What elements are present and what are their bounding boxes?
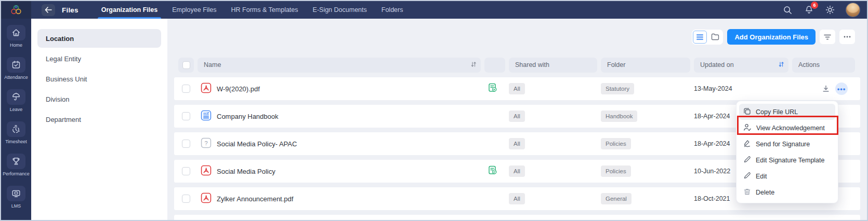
menu-item-delete[interactable]: Delete: [739, 184, 835, 200]
updated-on-date: 13-May-2024: [694, 85, 788, 92]
view-toggle: [692, 30, 723, 45]
file-name[interactable]: Zylker Announcement.pdf: [217, 195, 293, 203]
tab-e-sign-documents[interactable]: E-Sign Documents: [306, 1, 374, 19]
sidebar-item-label: LMS: [11, 203, 21, 209]
panel-item-department[interactable]: Department: [37, 110, 161, 129]
acknowledgement-icon[interactable]: [488, 82, 498, 95]
acknowledgement-icon[interactable]: [488, 165, 498, 177]
search-icon[interactable]: [782, 5, 793, 15]
pdf-icon: [201, 165, 212, 177]
menu-item-view-acknowledgement[interactable]: View Acknowledgement: [739, 120, 835, 136]
module-sidebar: Home Attendance Leave Timesheet Performa…: [1, 19, 31, 220]
column-header-actions: Actions: [792, 58, 855, 73]
file-name[interactable]: W-9(2020).pdf: [217, 85, 260, 93]
performance-icon: [7, 154, 25, 169]
folder-badge: Policies: [601, 165, 631, 177]
panel-item-legal-entity[interactable]: Legal Entity: [37, 49, 161, 68]
signature-icon: [743, 140, 751, 149]
add-organization-files-button[interactable]: Add Organization Files: [727, 29, 816, 45]
menu-item-label: View Acknowledgement: [756, 125, 825, 132]
shared-with-badge: All: [509, 138, 525, 149]
tab-employee-files[interactable]: Employee Files: [165, 1, 223, 19]
unknown-file-icon: ?: [201, 137, 212, 150]
more-options-icon[interactable]: [839, 30, 855, 44]
row-checkbox[interactable]: [182, 85, 190, 93]
row-checkbox[interactable]: [182, 195, 190, 203]
back-arrow-icon: [45, 7, 52, 13]
sort-icon[interactable]: [470, 61, 477, 69]
sort-icon-active[interactable]: [778, 61, 784, 69]
panel-item-location[interactable]: Location: [37, 29, 161, 48]
shared-with-badge: All: [509, 83, 525, 94]
pencil-icon: [743, 156, 751, 165]
user-avatar[interactable]: [846, 3, 860, 17]
folder-badge: Statutory: [601, 83, 634, 94]
sidebar-item-label: Attendance: [4, 75, 28, 80]
table-row-partial: [174, 215, 860, 221]
sidebar-item-performance[interactable]: Performance: [1, 154, 31, 186]
home-icon: [7, 25, 25, 40]
zoho-people-logo-icon: [10, 4, 22, 16]
tab-organization-files[interactable]: Organization Files: [94, 1, 165, 19]
category-panel: LocationLegal EntityBusiness UnitDivisio…: [31, 19, 167, 220]
pdf-icon: [201, 82, 212, 95]
app-logo[interactable]: [1, 1, 31, 19]
sidebar-item-home[interactable]: Home: [1, 25, 31, 57]
topbar-actions: 6: [782, 3, 867, 17]
panel-item-division[interactable]: Division: [37, 90, 161, 108]
notifications-bell-icon[interactable]: 6: [804, 5, 814, 15]
tab-folders[interactable]: Folders: [374, 1, 411, 19]
doc-icon: [201, 110, 212, 122]
row-more-icon[interactable]: •••: [835, 82, 848, 95]
notification-count-badge: 6: [811, 2, 818, 9]
column-header-name[interactable]: Name: [198, 58, 481, 73]
menu-item-edit-signature-template[interactable]: Edit Signature Template: [739, 152, 835, 168]
sidebar-item-label: Timesheet: [5, 139, 27, 144]
svg-text:?: ?: [204, 140, 207, 146]
menu-item-label: Delete: [756, 189, 774, 196]
filter-icon[interactable]: [820, 30, 835, 44]
sidebar-item-attendance[interactable]: Attendance: [1, 57, 31, 89]
select-all-checkbox[interactable]: [178, 58, 194, 73]
pencil-icon: [743, 172, 751, 181]
table-header: Name Shared with Folder Updated on: [174, 57, 860, 73]
list-view-icon[interactable]: [693, 31, 707, 44]
table-row[interactable]: W-9(2020).pdf All Statutory 13-May-2024 …: [174, 77, 860, 100]
trash-icon: [743, 188, 751, 197]
timesheet-icon: [7, 121, 25, 137]
row-checkbox[interactable]: [182, 167, 190, 175]
menu-item-edit[interactable]: Edit: [739, 168, 835, 184]
download-icon[interactable]: [822, 85, 830, 93]
menu-item-copy-file-url[interactable]: Copy File URL: [739, 104, 835, 120]
copy-icon: [743, 107, 751, 117]
topbar: Files Organization FilesEmployee FilesHR…: [1, 1, 867, 19]
sidebar-item-label: Home: [10, 43, 22, 48]
row-context-menu: Copy File URL View Acknowledgement Send …: [736, 101, 838, 203]
menu-item-send-for-signature[interactable]: Send for Signature: [739, 136, 835, 152]
row-actions: •••: [792, 82, 855, 95]
row-checkbox[interactable]: [182, 112, 190, 120]
tab-bar: Organization FilesEmployee FilesHR Forms…: [94, 1, 411, 19]
menu-item-label: Send for Signature: [756, 141, 810, 148]
file-name[interactable]: Social Media Policy: [217, 168, 275, 175]
sidebar-item-lms[interactable]: LMS: [1, 186, 31, 218]
folder-badge: Policies: [601, 138, 631, 149]
menu-item-label: Edit: [756, 173, 767, 180]
tab-hr-forms-templates[interactable]: HR Forms & Templates: [224, 1, 306, 19]
sidebar-item-leave[interactable]: Leave: [1, 89, 31, 121]
column-header-status: [484, 58, 505, 73]
folder-view-icon[interactable]: [708, 31, 722, 44]
folder-badge: Handbook: [601, 111, 637, 122]
file-name[interactable]: Social Media Policy- APAC: [217, 140, 297, 148]
column-header-shared-with: Shared with: [509, 58, 597, 73]
shared-with-badge: All: [509, 111, 525, 122]
file-name[interactable]: Company Handbook: [217, 113, 279, 120]
content-toolbar: Add Organization Files: [174, 19, 860, 55]
panel-item-business-unit[interactable]: Business Unit: [37, 70, 161, 88]
pdf-icon: [201, 192, 212, 205]
row-checkbox[interactable]: [182, 140, 190, 148]
settings-gear-icon[interactable]: [825, 5, 835, 15]
back-button[interactable]: [42, 4, 55, 16]
sidebar-item-timesheet[interactable]: Timesheet: [1, 121, 31, 154]
column-header-updated-on[interactable]: Updated on: [694, 58, 788, 73]
